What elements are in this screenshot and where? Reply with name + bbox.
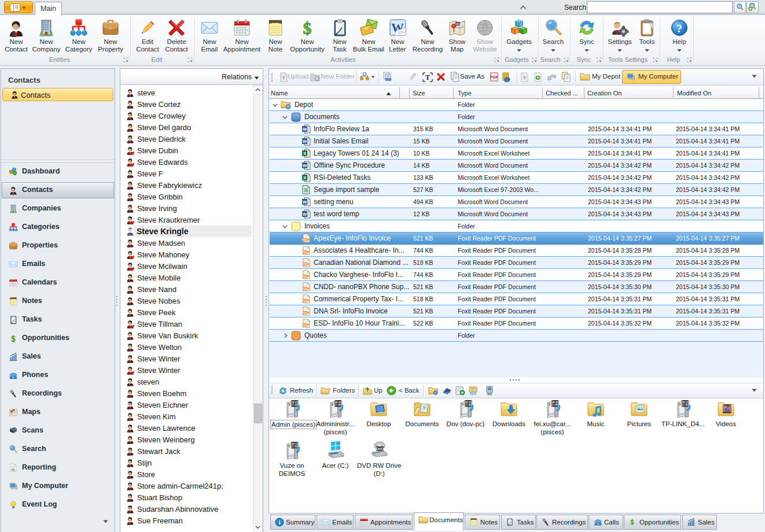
svg-text:i: i (278, 519, 280, 526)
svg-text:PDF: PDF (302, 239, 308, 242)
svg-text:X: X (303, 151, 306, 156)
svg-text:PDF: PDF (302, 275, 308, 278)
svg-text:DVD: DVD (376, 447, 384, 451)
svg-text:PDF: PDF (302, 300, 308, 302)
svg-text:PDF: PDF (302, 251, 308, 254)
svg-text:W: W (303, 200, 307, 205)
svg-text:PDF: PDF (302, 263, 308, 266)
svg-text:W: W (303, 163, 307, 168)
svg-text:PDF: PDF (302, 324, 308, 327)
svg-text:PDF: PDF (302, 287, 308, 290)
svg-text:W: W (303, 212, 307, 217)
svg-text:W: W (303, 127, 307, 132)
svg-text:PDF: PDF (302, 312, 308, 315)
svg-text:W: W (303, 139, 307, 144)
svg-text:T: T (425, 73, 430, 82)
svg-text:PDF: PDF (490, 75, 498, 79)
svg-text:X: X (303, 175, 306, 180)
